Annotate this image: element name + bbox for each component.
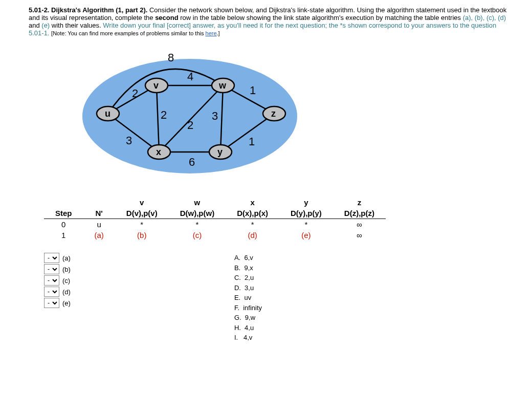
col-v: v xyxy=(115,197,169,208)
col-y: y xyxy=(279,197,333,208)
svg-text:u: u xyxy=(105,108,110,119)
note-pre: [Note: You can find more examples of pro… xyxy=(51,30,205,36)
r1-z: ∞ xyxy=(333,230,386,241)
label-d: (d) xyxy=(62,288,71,296)
note-link[interactable]: here xyxy=(206,30,217,36)
r1-step: 1 xyxy=(44,230,83,241)
weight-ux: 3 xyxy=(126,134,132,147)
hdr-dx: D(x),p(x) xyxy=(226,208,279,219)
note-post: .] xyxy=(217,30,220,36)
select-a[interactable]: - xyxy=(44,253,59,263)
node-z: z xyxy=(263,106,285,121)
weight-wy: 3 xyxy=(212,110,218,122)
question-body4: with their values. xyxy=(52,21,103,29)
node-w: w xyxy=(212,78,234,93)
option-d: D. 3,u xyxy=(234,283,262,293)
r1-x: (d) xyxy=(226,230,279,241)
r0-x: * xyxy=(226,219,279,230)
option-f: F. infinity xyxy=(234,303,262,313)
svg-text:x: x xyxy=(156,147,161,157)
table-row-1: 1 (a) (b) (c) (d) (e) ∞ xyxy=(44,230,386,241)
r1-v: (b) xyxy=(115,230,169,241)
select-c[interactable]: - xyxy=(44,275,59,286)
r0-w: * xyxy=(169,219,226,230)
node-x: x xyxy=(148,145,170,159)
option-e: E. uv xyxy=(234,293,262,303)
hdr-dw: D(w),p(w) xyxy=(169,208,226,219)
option-b: B. 9,x xyxy=(234,263,262,273)
select-d[interactable]: - xyxy=(44,287,59,297)
hdr-dz: D(z),p(z) xyxy=(333,208,386,219)
node-v: v xyxy=(145,78,168,93)
question-body2: row in the table below showing the link … xyxy=(180,14,462,21)
svg-text:z: z xyxy=(271,108,276,119)
label-a: (a) xyxy=(62,254,71,262)
r0-np: u xyxy=(83,219,115,230)
table-row-0: 0 u * * * * ∞ xyxy=(44,219,386,230)
r0-step: 0 xyxy=(44,219,83,230)
option-c: C. 2,u xyxy=(234,273,262,283)
r1-y: (e) xyxy=(279,230,333,241)
col-x: x xyxy=(226,197,279,208)
weight-uw: 8 xyxy=(168,51,174,64)
weight-vw: 4 xyxy=(187,70,193,83)
entries-abcd: (a), (b), (c), (d) xyxy=(463,14,506,21)
question-body3: and xyxy=(29,21,41,29)
r1-np: (a) xyxy=(83,230,115,241)
answer-selects: - (a) - (b) - (c) - (d) - (e) xyxy=(44,253,71,343)
label-c: (c) xyxy=(62,277,70,285)
network-graph: 8 2 3 2 4 2 3 6 1 1 u v w x y z xyxy=(80,47,512,182)
label-e: (e) xyxy=(62,299,71,307)
select-b[interactable]: - xyxy=(44,264,59,274)
option-i: I. 4,v xyxy=(234,333,262,343)
hdr-dv: D(v),p(v) xyxy=(115,208,169,219)
question-bold: second xyxy=(155,14,179,21)
hdr-np: N' xyxy=(83,208,115,219)
question-block: 5.01-2. Dijkstra's Algorithm (1, part 2)… xyxy=(29,6,512,37)
r0-v: * xyxy=(115,219,169,230)
select-e[interactable]: - xyxy=(44,298,59,308)
hdr-step: Step xyxy=(44,208,83,219)
r0-y: * xyxy=(279,219,333,230)
weight-uv: 2 xyxy=(132,87,138,100)
svg-text:y: y xyxy=(217,147,223,157)
label-b: (b) xyxy=(62,266,71,273)
svg-text:v: v xyxy=(153,80,159,91)
weight-xy: 6 xyxy=(189,156,195,168)
weight-yz: 1 xyxy=(249,135,255,148)
option-h: H. 4,u xyxy=(234,323,262,333)
hdr-dy: D(y),p(y) xyxy=(279,208,333,219)
r1-w: (c) xyxy=(169,230,226,241)
note: [Note: You can find more examples of pro… xyxy=(51,30,220,36)
col-z: z xyxy=(333,197,386,208)
weight-wx: 2 xyxy=(187,119,193,132)
col-w: w xyxy=(169,197,226,208)
weight-vx: 2 xyxy=(161,108,167,121)
question-number: 5.01-2. Dijkstra's Algorithm (1, part 2)… xyxy=(29,6,147,14)
dijkstra-table: v w x y z Step N' D(v),p(v) D(w),p(w) D(… xyxy=(44,197,512,241)
option-g: G. 9,w xyxy=(234,313,262,323)
node-y: y xyxy=(209,145,232,159)
answer-options: A. 6,v B. 9,x C. 2,u D. 3,u E. uv F. inf… xyxy=(234,253,262,343)
svg-text:w: w xyxy=(218,80,227,91)
weight-wz: 1 xyxy=(250,84,256,97)
node-u: u xyxy=(97,106,119,121)
entry-e: (e) xyxy=(41,21,50,29)
r0-z: ∞ xyxy=(333,219,386,230)
option-a: A. 6,v xyxy=(234,253,262,263)
